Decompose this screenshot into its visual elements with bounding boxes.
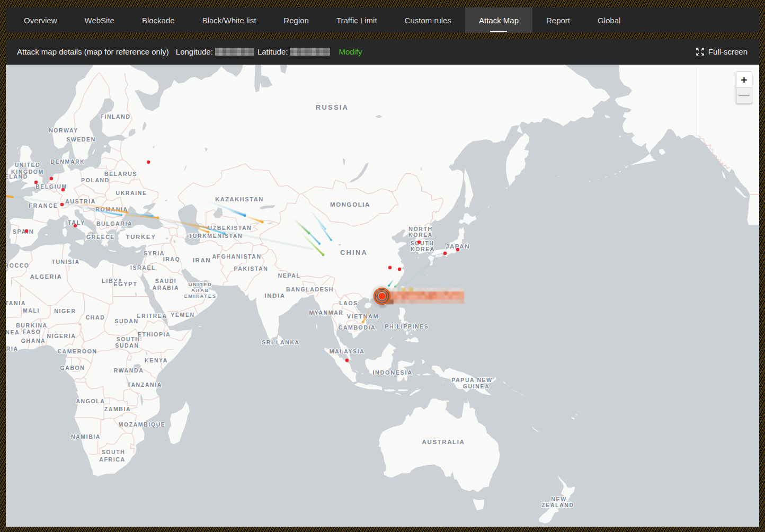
svg-text:LIBERIA: LIBERIA bbox=[6, 345, 19, 352]
svg-text:GUINEA: GUINEA bbox=[6, 329, 20, 335]
svg-text:MALI: MALI bbox=[23, 307, 40, 314]
svg-text:KENYA: KENYA bbox=[145, 357, 168, 363]
svg-text:SOUTH: SOUTH bbox=[102, 449, 126, 455]
svg-text:ALGERIA: ALGERIA bbox=[30, 273, 63, 280]
svg-text:PAKISTAN: PAKISTAN bbox=[234, 265, 269, 272]
svg-text:ERITREA: ERITREA bbox=[137, 313, 167, 319]
svg-text:MYANMAR: MYANMAR bbox=[309, 309, 343, 316]
svg-text:NEPAL: NEPAL bbox=[278, 272, 301, 279]
svg-text:BELARUS: BELARUS bbox=[104, 171, 137, 177]
svg-text:ARAB: ARAB bbox=[191, 287, 209, 293]
svg-text:NIGER: NIGER bbox=[54, 308, 76, 314]
svg-text:KOREA: KOREA bbox=[411, 246, 435, 252]
svg-text:EGYPT: EGYPT bbox=[113, 281, 137, 287]
svg-text:SYRIA: SYRIA bbox=[144, 250, 165, 256]
svg-text:SOUTH: SOUTH bbox=[117, 336, 140, 342]
svg-text:EMIRATES: EMIRATES bbox=[184, 293, 216, 299]
svg-text:SRI LANKA: SRI LANKA bbox=[262, 339, 300, 345]
svg-text:CHAD: CHAD bbox=[86, 314, 105, 321]
svg-text:MOZAMBIQUE: MOZAMBIQUE bbox=[119, 421, 166, 428]
svg-text:TUNISIA: TUNISIA bbox=[51, 259, 79, 265]
svg-text:ZAMBIA: ZAMBIA bbox=[104, 406, 131, 412]
svg-text:FASO: FASO bbox=[23, 329, 41, 335]
svg-text:GABON: GABON bbox=[60, 365, 85, 371]
svg-text:PHILIPPINES: PHILIPPINES bbox=[385, 323, 429, 330]
svg-text:IRELAND: IRELAND bbox=[6, 173, 28, 180]
svg-text:MOROCCO: MOROCCO bbox=[6, 262, 30, 269]
svg-text:BANGLADESH: BANGLADESH bbox=[286, 286, 334, 292]
svg-text:RWANDA: RWANDA bbox=[114, 367, 144, 374]
svg-text:RUSSIA: RUSSIA bbox=[316, 103, 349, 111]
svg-text:ARABIA: ARABIA bbox=[153, 285, 179, 291]
svg-text:MONGOLIA: MONGOLIA bbox=[330, 201, 370, 208]
svg-text:AUSTRALIA: AUSTRALIA bbox=[422, 439, 465, 445]
svg-text:INDIA: INDIA bbox=[264, 292, 285, 299]
svg-text:SAUDI: SAUDI bbox=[155, 278, 177, 284]
svg-text:POLAND: POLAND bbox=[81, 177, 110, 183]
svg-text:DENMARK: DENMARK bbox=[51, 158, 85, 165]
svg-text:LAOS: LAOS bbox=[339, 300, 358, 306]
svg-text:NORWAY: NORWAY bbox=[49, 127, 78, 134]
svg-text:SPAIN: SPAIN bbox=[13, 228, 34, 235]
svg-text:PAPUA NEW: PAPUA NEW bbox=[451, 377, 492, 383]
svg-text:AFRICA: AFRICA bbox=[99, 456, 125, 463]
svg-text:ZEALAND: ZEALAND bbox=[541, 502, 574, 508]
svg-text:NIGERIA: NIGERIA bbox=[47, 333, 76, 339]
svg-text:FINLAND: FINLAND bbox=[100, 113, 130, 120]
svg-text:VIETNAM: VIETNAM bbox=[347, 313, 379, 320]
svg-text:NAMIBIA: NAMIBIA bbox=[71, 433, 101, 440]
svg-text:BURKINA: BURKINA bbox=[16, 322, 48, 329]
svg-text:ETHIOPIA: ETHIOPIA bbox=[138, 331, 171, 338]
svg-text:IRAQ: IRAQ bbox=[163, 256, 181, 262]
svg-text:KAZAKHSTAN: KAZAKHSTAN bbox=[215, 196, 264, 202]
svg-text:UNITED: UNITED bbox=[189, 281, 212, 287]
svg-text:MALAYSIA: MALAYSIA bbox=[330, 348, 365, 354]
svg-text:YEMEN: YEMEN bbox=[171, 312, 194, 318]
svg-text:AFGHANISTAN: AFGHANISTAN bbox=[212, 253, 261, 260]
svg-text:TURKEY: TURKEY bbox=[126, 234, 156, 240]
svg-text:TANZANIA: TANZANIA bbox=[127, 382, 162, 388]
svg-text:UKRAINE: UKRAINE bbox=[115, 190, 147, 196]
svg-text:SWEDEN: SWEDEN bbox=[66, 136, 96, 143]
svg-text:CAMEROON: CAMEROON bbox=[57, 348, 97, 354]
svg-text:INDONESIA: INDONESIA bbox=[372, 369, 413, 376]
svg-text:ANGOLA: ANGOLA bbox=[76, 398, 105, 404]
svg-text:KOREA: KOREA bbox=[408, 232, 433, 238]
svg-text:CAMBODIA: CAMBODIA bbox=[339, 324, 376, 331]
svg-text:SUDAN: SUDAN bbox=[115, 342, 139, 349]
svg-text:BULGARIA: BULGARIA bbox=[96, 220, 132, 227]
svg-text:ISRAEL: ISRAEL bbox=[130, 264, 156, 271]
svg-text:GHANA: GHANA bbox=[21, 338, 46, 344]
svg-text:MAURITANIA: MAURITANIA bbox=[6, 300, 26, 306]
svg-text:CHINA: CHINA bbox=[340, 249, 368, 256]
svg-text:GREECE: GREECE bbox=[86, 234, 115, 240]
svg-text:GUINEA: GUINEA bbox=[463, 383, 490, 389]
svg-text:UNITED: UNITED bbox=[15, 162, 41, 168]
svg-text:SUDAN: SUDAN bbox=[114, 318, 138, 324]
svg-text:IRAN: IRAN bbox=[193, 257, 211, 263]
